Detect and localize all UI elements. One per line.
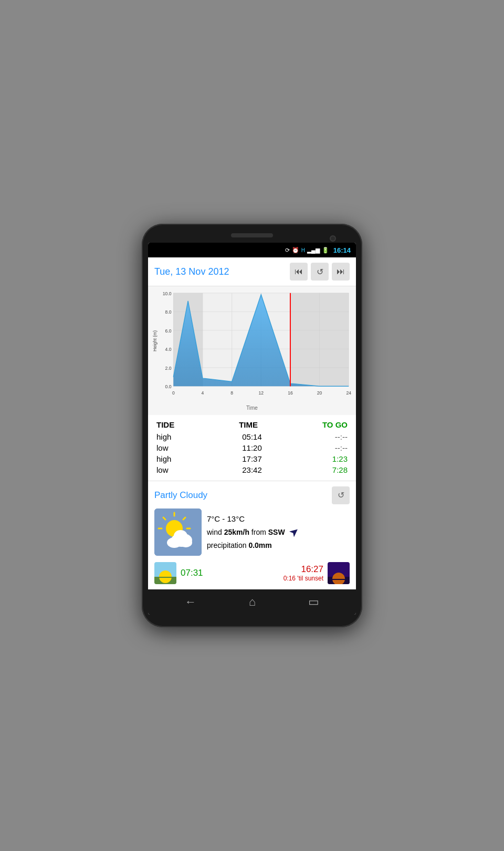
back-button[interactable]: ←: [181, 591, 201, 613]
app-header: Tue, 13 Nov 2012 ⏮ ↺ ⏭: [148, 257, 356, 286]
status-time: 16:14: [333, 246, 351, 254]
rotate-icon: ⟳: [285, 247, 290, 254]
weather-wind-speed: 25km/h: [224, 528, 249, 536]
chart-x-axis-label: Time: [152, 404, 352, 413]
refresh-button[interactable]: ↺: [311, 263, 329, 281]
tide-col-header-tide: TIDE: [156, 420, 174, 429]
wind-arrow-icon: ➤: [286, 524, 302, 540]
weather-header: Partly Cloudy ↺: [154, 486, 350, 504]
weather-wind-dir: SSW: [268, 528, 285, 536]
nav-bar: ← ⌂ ▭: [148, 589, 356, 615]
tide-togo-2: --:--: [306, 443, 348, 452]
signal-h-icon: H: [301, 247, 305, 253]
recent-button[interactable]: ▭: [304, 591, 323, 613]
sunset-until: 0:16 'til sunset: [284, 575, 323, 582]
chart-container: 10.0 8.0 6.0 4.0 2.0 0.0 0 4 8 12 16 20 …: [148, 286, 356, 414]
sunset-icon: [328, 562, 350, 584]
weather-temp: 7°C - 13°C: [207, 514, 350, 523]
tide-header-row: TIDE TIME TO GO: [156, 420, 348, 429]
svg-text:6.0: 6.0: [165, 328, 171, 334]
svg-text:4: 4: [202, 390, 204, 396]
sunrise-time: 07:31: [181, 568, 203, 578]
svg-text:0.0: 0.0: [165, 385, 171, 390]
battery-icon: 🔋: [322, 247, 329, 254]
tide-time-1: 05:14: [231, 432, 273, 441]
sunrise-box: 07:31: [154, 562, 203, 584]
signal-bars-icon: ▂▄▆: [307, 247, 320, 254]
svg-text:2.0: 2.0: [165, 366, 171, 371]
tide-togo-4: 7:28: [306, 465, 348, 474]
table-row: low 11:20 --:--: [156, 442, 348, 453]
weather-icon-box: [154, 508, 202, 556]
sunset-box: 16:27 0:16 'til sunset: [284, 562, 350, 584]
svg-text:24: 24: [346, 390, 351, 396]
weather-title: Partly Cloudy: [154, 490, 207, 501]
status-bar: ⟳ ⏰ H ▂▄▆ 🔋 16:14: [148, 243, 356, 257]
tide-togo-3: 1:23: [306, 454, 348, 463]
sun-row: 07:31 16:27 0:16 'til sunset: [148, 559, 356, 587]
tide-type-4: low: [156, 465, 198, 474]
svg-text:20: 20: [317, 390, 322, 396]
tide-type-2: low: [156, 443, 198, 452]
header-buttons: ⏮ ↺ ⏭: [290, 263, 350, 281]
phone-screen: ⟳ ⏰ H ▂▄▆ 🔋 16:14 Tue, 13 Nov 2012 ⏮ ↺ ⏭: [148, 243, 356, 614]
weather-precip: precipitation 0.0mm: [207, 541, 350, 549]
svg-text:4.0: 4.0: [165, 347, 171, 352]
svg-text:16: 16: [288, 390, 293, 396]
sunrise-icon: [154, 562, 176, 584]
weather-body: 7°C - 13°C wind 25km/h from SSW ➤ precip…: [154, 508, 350, 556]
tide-togo-1: --:--: [306, 432, 348, 441]
tide-time-2: 11:20: [231, 443, 273, 452]
phone-speaker: [231, 233, 273, 237]
weather-precip-value: 0.0mm: [248, 541, 271, 549]
table-row: high 17:37 1:23: [156, 453, 348, 464]
svg-text:Height (m): Height (m): [152, 330, 158, 351]
tide-col-header-togo: TO GO: [322, 420, 348, 429]
svg-rect-51: [328, 579, 350, 580]
tide-time-3: 17:37: [231, 454, 273, 463]
svg-rect-47: [154, 577, 176, 578]
tide-type-1: high: [156, 432, 198, 441]
svg-point-43: [174, 530, 187, 542]
weather-details: 7°C - 13°C wind 25km/h from SSW ➤ precip…: [207, 514, 350, 549]
svg-text:12: 12: [258, 390, 264, 396]
sunset-time: 16:27: [301, 564, 323, 575]
prev-button[interactable]: ⏮: [290, 263, 308, 281]
weather-refresh-button[interactable]: ↺: [332, 486, 350, 504]
svg-text:0: 0: [172, 390, 175, 396]
svg-text:10.0: 10.0: [163, 291, 172, 296]
svg-rect-15: [290, 293, 349, 387]
sunset-col: 16:27 0:16 'til sunset: [284, 564, 323, 582]
tide-table: TIDE TIME TO GO high 05:14 --:-- low 11:…: [148, 415, 356, 481]
weather-wind-text: wind 25km/h from SSW: [207, 528, 285, 536]
home-button[interactable]: ⌂: [245, 591, 260, 613]
tide-col-header-time: TIME: [239, 420, 258, 429]
table-row: low 23:42 7:28: [156, 464, 348, 475]
next-button[interactable]: ⏭: [332, 263, 350, 281]
status-icons: ⟳ ⏰ H ▂▄▆ 🔋: [285, 247, 329, 254]
tide-chart: 10.0 8.0 6.0 4.0 2.0 0.0 0 4 8 12 16 20 …: [152, 290, 352, 401]
phone-frame: ⟳ ⏰ H ▂▄▆ 🔋 16:14 Tue, 13 Nov 2012 ⏮ ↺ ⏭: [142, 224, 362, 627]
svg-text:8: 8: [230, 390, 233, 396]
alarm-icon: ⏰: [292, 247, 299, 254]
tide-time-4: 23:42: [231, 465, 273, 474]
svg-text:8.0: 8.0: [165, 310, 171, 315]
app-date: Tue, 13 Nov 2012: [154, 266, 229, 277]
phone-camera: [330, 235, 336, 242]
weather-section: Partly Cloudy ↺: [148, 481, 356, 559]
weather-wind-row: wind 25km/h from SSW ➤: [207, 525, 350, 539]
partly-cloudy-icon: [154, 508, 202, 556]
table-row: high 05:14 --:--: [156, 431, 348, 442]
tide-type-3: high: [156, 454, 198, 463]
